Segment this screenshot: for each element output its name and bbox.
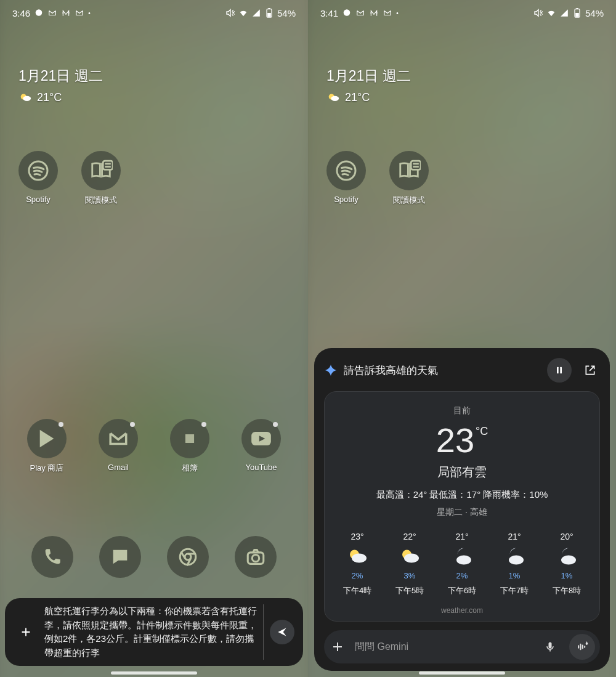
monogram-icon xyxy=(61,8,71,18)
notification-badge xyxy=(273,422,278,427)
weather-icon xyxy=(326,91,340,104)
play-icon xyxy=(27,419,67,458)
signal-icon xyxy=(559,8,569,18)
pause-button[interactable] xyxy=(547,358,572,383)
app-reader[interactable]: 閱讀模式 xyxy=(389,151,429,206)
gmail-icon-2 xyxy=(75,8,84,18)
svg-point-24 xyxy=(352,554,367,563)
chrome-icon xyxy=(167,536,209,578)
messages-icon xyxy=(99,536,141,578)
svg-rect-30 xyxy=(549,643,552,649)
temp-text: 21°C xyxy=(345,91,370,104)
hour-temp: 21° xyxy=(508,532,521,541)
app-label: Play 商店 xyxy=(30,463,64,474)
status-bar: 3:46 • 54% xyxy=(0,0,308,26)
status-bar: 3:41 • 54% xyxy=(308,0,616,26)
gmail-icon xyxy=(47,8,57,18)
hour-precip: 2% xyxy=(352,571,363,580)
svg-point-18 xyxy=(331,96,339,101)
date-weather-widget[interactable]: 1月21日 週二 21°C xyxy=(18,67,103,104)
hour-time: 下午4時 xyxy=(343,585,371,596)
hour-temp: 21° xyxy=(455,532,468,541)
svg-point-5 xyxy=(23,96,31,101)
svg-rect-16 xyxy=(575,13,579,17)
waveform-button[interactable] xyxy=(569,634,595,660)
spotify-icon xyxy=(18,151,58,190)
weather-attribution: weather.com xyxy=(333,606,591,615)
gemini-query-text: 請告訴我高雄的天氣 xyxy=(344,363,541,378)
hourly-item: 22° 3% 下午5時 xyxy=(387,532,432,596)
expand-button[interactable] xyxy=(14,620,38,644)
svg-rect-7 xyxy=(103,161,113,169)
spotify-icon xyxy=(326,151,366,190)
date-weather-widget[interactable]: 1月21日 週二 21°C xyxy=(326,67,411,104)
monogram-icon xyxy=(369,8,379,18)
top-app-row: Spotify閱讀模式 xyxy=(326,151,429,206)
weather-card[interactable]: 目前 23 °C 局部有雲 最高溫：24° 最低溫：17° 降雨機率：10% 星… xyxy=(324,391,600,622)
status-time: 3:41 xyxy=(320,8,338,18)
hour-precip: 1% xyxy=(561,571,573,580)
notification-badge xyxy=(130,422,135,427)
reader-icon xyxy=(81,151,121,190)
battery-icon xyxy=(572,8,582,18)
current-temp-value: 23 xyxy=(436,420,474,460)
svg-point-28 xyxy=(509,556,524,565)
app-reader[interactable]: 閱讀模式 xyxy=(81,151,121,206)
hour-temp: 23° xyxy=(351,532,363,541)
gmail-icon xyxy=(99,419,138,458)
status-battery-pct: 54% xyxy=(585,8,604,18)
hourly-item: 21° 1% 下午7時 xyxy=(492,532,537,596)
app-spotify[interactable]: Spotify xyxy=(326,151,366,206)
app-gmail[interactable]: Gmail xyxy=(99,419,138,474)
mute-icon xyxy=(225,8,235,18)
date-text: 1月21日 週二 xyxy=(326,67,411,86)
mic-button[interactable] xyxy=(537,634,563,660)
temp-text: 21°C xyxy=(37,91,62,104)
gemini-input-placeholder: 問問 Gemini xyxy=(351,641,531,654)
hour-precip: 3% xyxy=(404,571,416,580)
gmail-icon xyxy=(355,8,365,18)
current-temp: 23 °C xyxy=(436,420,488,460)
nav-handle[interactable] xyxy=(111,671,197,675)
add-button[interactable] xyxy=(330,639,345,654)
gemini-response-toast[interactable]: 航空托運行李分為以下兩種：你的機票若含有托運行李，請依照規定攜帶。計件制標示件數… xyxy=(5,598,303,666)
app-label: YouTube xyxy=(245,463,277,472)
app-label: Spotify xyxy=(26,195,51,204)
nav-handle[interactable] xyxy=(419,671,505,675)
svg-point-26 xyxy=(404,554,419,563)
app-label: 閱讀模式 xyxy=(393,195,425,206)
current-location: 星期二 · 高雄 xyxy=(333,507,591,518)
app-youtube[interactable]: YouTube xyxy=(241,419,281,474)
svg-rect-20 xyxy=(411,161,421,169)
app-camera[interactable] xyxy=(235,536,277,578)
current-label: 目前 xyxy=(333,405,591,416)
camera-icon xyxy=(235,536,277,578)
app-chrome[interactable] xyxy=(167,536,209,578)
svg-rect-2 xyxy=(268,8,270,9)
toast-text: 航空托運行李分為以下兩種：你的機票若含有托運行李，請依照規定攜帶。計件制標示件數… xyxy=(44,604,264,660)
top-app-row: Spotify閱讀模式 xyxy=(18,151,121,206)
svg-rect-21 xyxy=(557,367,559,374)
dock xyxy=(0,536,308,578)
hour-weather-icon xyxy=(346,545,368,567)
hour-temp: 22° xyxy=(403,532,416,541)
hour-time: 下午7時 xyxy=(500,585,529,596)
open-button[interactable] xyxy=(578,364,600,376)
weather-icon xyxy=(18,91,32,104)
app-photos[interactable]: 相簿 xyxy=(170,419,209,474)
messenger-icon xyxy=(34,8,44,18)
send-button[interactable] xyxy=(270,620,294,644)
app-play[interactable]: Play 商店 xyxy=(27,419,67,474)
app-phone[interactable] xyxy=(31,536,73,578)
gemini-input-bar[interactable]: 問問 Gemini xyxy=(324,630,600,663)
photos-icon xyxy=(170,419,209,458)
status-overflow-dot: • xyxy=(88,10,91,17)
wifi-icon xyxy=(546,8,556,18)
gmail-icon-2 xyxy=(383,8,392,18)
app-messages[interactable] xyxy=(99,536,141,578)
app-spotify[interactable]: Spotify xyxy=(18,151,58,206)
mid-app-row: Play 商店Gmail相簿YouTube xyxy=(0,419,308,474)
app-label: Gmail xyxy=(108,463,129,472)
date-text: 1月21日 週二 xyxy=(18,67,103,86)
mute-icon xyxy=(533,8,543,18)
